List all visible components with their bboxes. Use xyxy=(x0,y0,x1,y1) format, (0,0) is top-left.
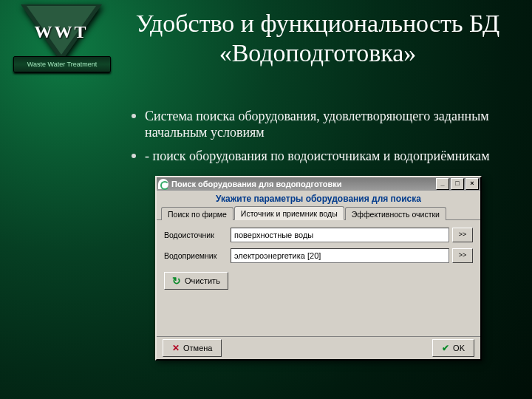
ok-label: OK xyxy=(453,344,465,352)
row-source: Водоисточник поверхностные воды >> xyxy=(164,228,473,242)
refresh-icon: ↻ xyxy=(172,275,181,287)
tab-panel: Водоисточник поверхностные воды >> Водоп… xyxy=(157,220,480,294)
select-source-button[interactable]: >> xyxy=(452,228,473,242)
cancel-label: Отмена xyxy=(183,344,212,352)
logo-text: WWT xyxy=(13,22,109,42)
dialog-footer: ✕ Отмена ✔ OK xyxy=(157,336,480,359)
dialog-subtitle: Укажите параметры оборудования для поиск… xyxy=(157,191,480,205)
label-source: Водоисточник xyxy=(164,231,231,239)
search-dialog: Поиск оборудования для водоподготовки _ … xyxy=(155,176,482,361)
clear-button[interactable]: ↻ Очистить xyxy=(164,272,228,290)
logo-bar: Waste Water Treatment xyxy=(13,56,111,72)
app-icon xyxy=(158,179,168,189)
field-source[interactable]: поверхностные воды xyxy=(231,228,449,242)
ok-button[interactable]: ✔ OK xyxy=(432,339,474,357)
bullet-list: Система поиска оборудования, удовлетворя… xyxy=(102,108,532,171)
tab-source-receiver[interactable]: Источник и приемник воды xyxy=(234,206,344,220)
minimize-button[interactable]: _ xyxy=(436,178,449,190)
field-receiver[interactable]: электроэнергетика [20] xyxy=(231,248,449,263)
clear-label: Очистить xyxy=(185,276,220,285)
bullet-item: - поиск оборудования по водоисточникам и… xyxy=(132,148,532,164)
cancel-button[interactable]: ✕ Отмена xyxy=(163,339,222,357)
tab-bar: Поиск по фирме Источник и приемник воды … xyxy=(157,205,480,220)
row-receiver: Водоприемник электроэнергетика [20] >> xyxy=(164,248,473,263)
select-receiver-button[interactable]: >> xyxy=(452,248,473,263)
label-receiver: Водоприемник xyxy=(164,251,231,260)
slide-title: Удобство и функциональность БД «Водоподг… xyxy=(118,9,517,68)
tab-efficiency[interactable]: Эффективность очистки xyxy=(345,207,446,220)
logo: WWT Waste Water Treatment xyxy=(13,4,109,89)
titlebar[interactable]: Поиск оборудования для водоподготовки _ … xyxy=(157,177,480,191)
bullet-item: Система поиска оборудования, удовлетворя… xyxy=(132,108,532,140)
maximize-button[interactable]: □ xyxy=(451,178,464,190)
ok-icon: ✔ xyxy=(442,343,449,353)
cancel-icon: ✕ xyxy=(172,343,180,353)
dialog-title: Поиск оборудования для водоподготовки xyxy=(171,180,341,188)
close-button[interactable]: × xyxy=(466,178,479,190)
tab-search-by-firm[interactable]: Поиск по фирме xyxy=(161,207,233,220)
